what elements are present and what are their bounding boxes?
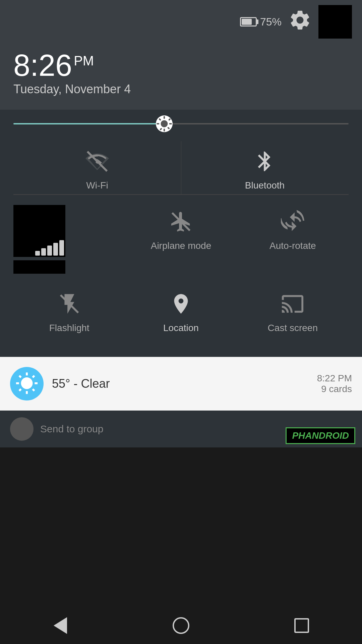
bluetooth-toggle[interactable]: Bluetooth (181, 141, 349, 195)
toggle-row-wifi-bluetooth: Wi-Fi Bluetooth (13, 141, 349, 195)
bottom-avatar (10, 417, 34, 441)
phandroid-text: PHANDROID (292, 430, 349, 441)
notification-time: 8:22 PM (317, 373, 352, 384)
notification-meta: 8:22 PM 9 cards (317, 373, 352, 394)
autorotate-icon (279, 208, 306, 235)
battery-container: 75% (240, 16, 282, 28)
back-button[interactable] (47, 612, 74, 639)
notification-title: 55° - Clear (52, 377, 309, 391)
castscreen-label: Cast screen (268, 323, 318, 333)
bluetooth-label: Bluetooth (245, 180, 285, 191)
location-toggle[interactable]: Location (125, 284, 237, 337)
brightness-fill (13, 123, 164, 124)
airplane-label: Airplane mode (151, 240, 212, 251)
castscreen-icon (279, 290, 306, 317)
notification-icon-circle (10, 367, 44, 400)
notification-card[interactable]: 55° - Clear 8:22 PM 9 cards (0, 357, 362, 411)
send-to-group-text: Send to group (40, 423, 103, 435)
status-black-square (318, 5, 352, 39)
notification-content: 55° - Clear (52, 377, 309, 391)
back-icon (54, 617, 67, 634)
location-icon (168, 290, 194, 317)
settings-icon[interactable] (288, 8, 312, 35)
time-area: 8:26PM Tuesday, November 4 (0, 44, 362, 110)
brightness-thumb[interactable] (156, 115, 173, 132)
quick-settings-panel: Wi-Fi Bluetooth (0, 110, 362, 357)
bottom-notification: Send to group PHANDROID (0, 411, 362, 447)
date-display: Tuesday, November 4 (13, 82, 349, 96)
status-bar: 75% (0, 0, 362, 44)
brightness-track[interactable] (13, 123, 349, 124)
brightness-row[interactable] (13, 123, 349, 124)
airplane-icon (168, 208, 194, 235)
flashlight-toggle[interactable]: Flashlight (13, 284, 125, 337)
location-label: Location (163, 323, 199, 333)
network-label-bar (13, 260, 65, 274)
home-icon (173, 617, 189, 634)
airplane-mode-toggle[interactable]: Airplane mode (125, 202, 237, 277)
network-image (13, 205, 65, 257)
battery-percent: 75% (260, 16, 282, 28)
wifi-icon (84, 148, 111, 175)
recents-button[interactable] (288, 612, 315, 639)
notification-cards: 9 cards (317, 384, 352, 394)
flashlight-icon (56, 290, 83, 317)
wifi-toggle[interactable]: Wi-Fi (13, 141, 181, 195)
wifi-label: Wi-Fi (86, 180, 108, 191)
navigation-bar (0, 607, 362, 644)
time-display: 8:26PM (13, 50, 349, 80)
recents-icon (294, 618, 309, 633)
castscreen-toggle[interactable]: Cast screen (237, 284, 349, 337)
phandroid-badge: PHANDROID (286, 427, 355, 444)
battery-icon (240, 17, 257, 26)
autorotate-toggle[interactable]: Auto-rotate (237, 202, 349, 277)
flashlight-label: Flashlight (49, 323, 89, 333)
autorotate-label: Auto-rotate (269, 240, 316, 251)
bluetooth-icon (251, 148, 278, 175)
network-tile[interactable] (13, 202, 125, 277)
toggle-row-flash-loc-cast: Flashlight Location Cast screen (13, 284, 349, 337)
signal-bars (34, 239, 65, 257)
home-button[interactable] (168, 612, 194, 639)
toggle-row-network-airplane-rotate: Airplane mode Auto-rotate (13, 202, 349, 277)
